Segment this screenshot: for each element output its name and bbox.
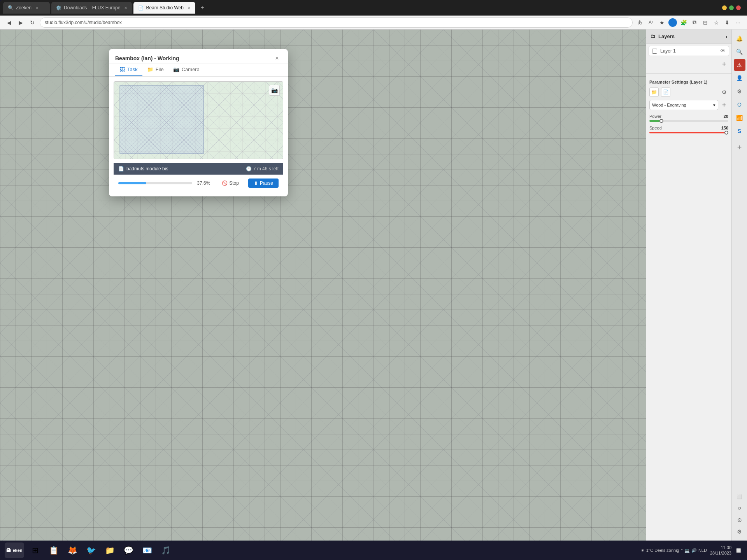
param-gear-icon[interactable]: ⚙ bbox=[720, 88, 728, 96]
minimize-button[interactable] bbox=[722, 5, 727, 10]
weather-text: 1°C Deels zonnig bbox=[646, 548, 679, 553]
stop-button[interactable]: 🚫 Stop bbox=[217, 178, 244, 188]
add-layer-button[interactable]: + bbox=[720, 60, 728, 68]
preset-select[interactable]: Wood - Engraving ▾ bbox=[649, 100, 718, 110]
file-icon: 📁 bbox=[147, 66, 153, 72]
modal-title: Beambox (Ian) - Working bbox=[115, 55, 179, 61]
progress-percent: 37.6% bbox=[197, 180, 212, 186]
circle-icon[interactable]: ⊙ bbox=[734, 514, 745, 526]
clock-time: 11:00 bbox=[710, 545, 731, 550]
taskbar-slack[interactable]: 💬 bbox=[121, 542, 136, 558]
browser-action-icons: あ Aˢ ★ 👤 🧩 ⧉ ⊟ ☆ ⬇ ··· bbox=[636, 18, 742, 27]
alert-icon[interactable]: ⚠ bbox=[734, 59, 745, 71]
tray-arrow[interactable]: ^ bbox=[681, 548, 683, 553]
preview-camera-button[interactable]: 📷 bbox=[269, 85, 280, 96]
workspace: Beambox (Ian) - Working × 🖼 Task 📁 bbox=[0, 30, 646, 541]
taskbar-email[interactable]: 📧 bbox=[139, 542, 155, 558]
add-layer-area: + bbox=[646, 58, 731, 70]
close-button[interactable] bbox=[736, 5, 741, 10]
power-value: 20 bbox=[724, 114, 728, 119]
layer-eye-icon[interactable]: 👁 bbox=[720, 48, 726, 54]
progress-area: 37.6% 🚫 Stop ⏸ Pause bbox=[114, 175, 283, 192]
profile-icon[interactable]: 👤 bbox=[668, 18, 677, 27]
layers-collapse-icon[interactable]: ‹ bbox=[726, 33, 728, 40]
add-sidebar-button[interactable]: + bbox=[734, 142, 745, 153]
stop-icon: 🚫 bbox=[222, 180, 228, 186]
tab-icon: ⚙️ bbox=[56, 5, 61, 10]
panel-divider bbox=[646, 73, 731, 74]
tab-icon: 🔍 bbox=[8, 5, 14, 10]
tab-zoeken[interactable]: 🔍 Zoeken ✕ bbox=[3, 2, 50, 14]
layer-visibility-checkbox[interactable] bbox=[652, 49, 657, 54]
split-view-icon[interactable]: ⧉ bbox=[690, 18, 699, 27]
notification-icon[interactable]: 🔔 bbox=[734, 33, 745, 44]
taskbar-item-1[interactable]: ⊞ bbox=[27, 542, 43, 558]
reader-mode-icon[interactable]: あ bbox=[636, 18, 644, 27]
taskbar-clock[interactable]: 11:00 28/11/2023 bbox=[710, 545, 731, 556]
layer-row[interactable]: Layer 1 👁 bbox=[649, 46, 729, 56]
tab-downloads[interactable]: ⚙️ Downloads – FLUX Europe ✕ bbox=[51, 2, 132, 14]
right-panel: 🗂 Layers ‹ Layer 1 👁 + Parameter Setting… bbox=[646, 30, 731, 541]
taskbar-folder[interactable]: 📁 bbox=[102, 542, 117, 558]
power-row: Power 20 bbox=[649, 114, 728, 119]
param-copy-icon[interactable]: 📁 bbox=[649, 88, 659, 97]
favorites-icon[interactable]: ★ bbox=[658, 18, 666, 27]
tab-file[interactable]: 📁 File bbox=[142, 63, 168, 76]
camera-bottom-icon[interactable]: ⬜ bbox=[734, 491, 745, 502]
sidebar-icon[interactable]: ⊟ bbox=[701, 18, 710, 27]
tab-close-zoeken[interactable]: ✕ bbox=[35, 6, 39, 10]
power-slider[interactable] bbox=[649, 120, 728, 122]
tray-icon-2: 🔊 bbox=[691, 548, 697, 553]
taskbar-firefox[interactable]: 🦊 bbox=[65, 542, 80, 558]
file-name: 📄 badmuts module bis bbox=[118, 166, 168, 172]
param-settings: Parameter Settings (Layer 1) 📁 📄 ⚙ Wood … bbox=[646, 77, 731, 140]
back-button[interactable]: ◀ bbox=[5, 18, 13, 27]
weather-icon: ☀ bbox=[641, 548, 645, 553]
maximize-button[interactable] bbox=[729, 5, 734, 10]
outlook-icon[interactable]: O bbox=[734, 99, 745, 110]
tab-beamstudio[interactable]: 📄 Beam Studio Web ✕ bbox=[133, 2, 195, 14]
s-icon[interactable]: S bbox=[734, 125, 745, 137]
browser-window: 🔍 Zoeken ✕ ⚙️ Downloads – FLUX Europe ✕ … bbox=[0, 0, 747, 560]
reader-view-icon[interactable]: Aˢ bbox=[647, 18, 655, 27]
tab-camera[interactable]: 📷 Camera bbox=[168, 63, 204, 76]
settings-bottom-icon[interactable]: ⚙ bbox=[734, 526, 745, 537]
taskbar-music[interactable]: 🎵 bbox=[158, 542, 174, 558]
rotate-icon[interactable]: ↺ bbox=[734, 502, 745, 514]
refresh-button[interactable]: ↻ bbox=[28, 18, 37, 27]
wifi-icon[interactable]: 📶 bbox=[734, 112, 745, 124]
taskbar-bird[interactable]: 🐦 bbox=[83, 542, 99, 558]
param-file-icon[interactable]: 📄 bbox=[661, 88, 670, 97]
download-icon[interactable]: ⬇ bbox=[723, 18, 731, 27]
task-icon: 🖼 bbox=[120, 66, 125, 72]
taskbar-item-2[interactable]: 📋 bbox=[46, 542, 61, 558]
time-left: 🕐 7 m 46 s left bbox=[246, 166, 279, 172]
camera-icon: 📷 bbox=[173, 66, 179, 72]
modal-header: Beambox (Ian) - Working × bbox=[109, 49, 288, 63]
layers-header: 🗂 Layers ‹ bbox=[646, 30, 731, 44]
new-tab-button[interactable]: + bbox=[197, 2, 208, 13]
preset-add-button[interactable]: + bbox=[720, 101, 728, 109]
settings-icon[interactable]: ⚙ bbox=[734, 86, 745, 97]
address-input[interactable]: studio.flux3dp.com/#/studio/beambox bbox=[40, 18, 633, 28]
title-bar: 🔍 Zoeken ✕ ⚙️ Downloads – FLUX Europe ✕ … bbox=[0, 0, 747, 16]
tab-task[interactable]: 🖼 Task bbox=[115, 63, 142, 76]
tab-close-beamstudio[interactable]: ✕ bbox=[188, 6, 191, 10]
more-icon[interactable]: ··· bbox=[734, 18, 742, 27]
pause-icon: ⏸ bbox=[254, 180, 258, 186]
show-desktop-button[interactable]: ⬜ bbox=[735, 542, 742, 558]
x-pattern-overlay bbox=[0, 30, 646, 541]
search-icon[interactable]: 🔍 bbox=[734, 46, 745, 58]
start-button[interactable]: 🏔 eken bbox=[5, 542, 24, 558]
bottom-sidebar-icons: ⬜ ↺ ⊙ ⚙ bbox=[734, 491, 745, 537]
clock-date: 28/11/2023 bbox=[710, 550, 731, 556]
modal-close-button[interactable]: × bbox=[272, 54, 282, 63]
speed-slider[interactable] bbox=[649, 132, 728, 133]
favorites-add-icon[interactable]: ☆ bbox=[712, 18, 721, 27]
pause-button[interactable]: ⏸ Pause bbox=[248, 178, 279, 188]
tab-close-downloads[interactable]: ✕ bbox=[124, 6, 127, 10]
speed-label: Speed bbox=[649, 126, 662, 130]
extensions-icon[interactable]: 🧩 bbox=[679, 18, 688, 27]
forward-button[interactable]: ▶ bbox=[16, 18, 25, 27]
user-icon[interactable]: 👤 bbox=[734, 72, 745, 84]
